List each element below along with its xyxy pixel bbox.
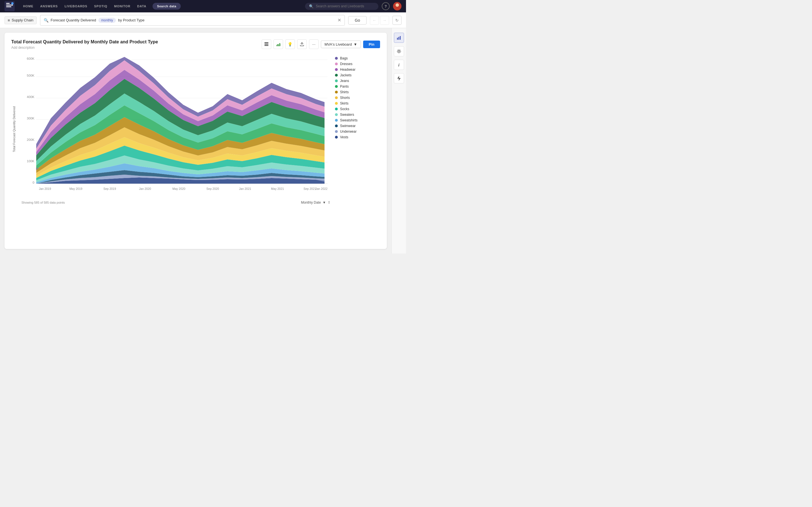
svg-point-5 (396, 3, 399, 7)
legend-dot-skirts (335, 102, 338, 105)
table-view-button[interactable] (262, 40, 271, 49)
svg-point-56 (398, 50, 400, 52)
legend-dot-vests (335, 136, 338, 138)
search-icon-small: 🔍 (44, 18, 49, 22)
global-search-input[interactable] (316, 4, 374, 8)
chart-panel: Total Forecast Quantity Delivered by Mon… (4, 33, 387, 249)
nav-arrows: ← → (370, 16, 389, 25)
chart-header: Total Forecast Quantity Delivered by Mon… (11, 40, 380, 50)
search-data-button[interactable]: Search data (153, 3, 181, 10)
legend-dot-socks (335, 108, 338, 110)
liveboard-label: MVA's Liveboard (324, 42, 352, 47)
refresh-button[interactable]: ↻ (393, 16, 402, 25)
chart-title-area: Total Forecast Quantity Delivered by Mon… (11, 40, 158, 50)
more-options-button[interactable]: ··· (309, 40, 319, 49)
share-button[interactable] (297, 40, 307, 49)
svg-text:Jan 2020: Jan 2020 (139, 187, 151, 190)
legend-dot-dresses (335, 62, 338, 65)
bar-chart-sidebar-button[interactable] (394, 33, 404, 43)
chart-subtitle[interactable]: Add description (11, 46, 158, 50)
nav-liveboards[interactable]: LIVEBOARDS (62, 3, 90, 10)
pin-button[interactable]: Pin (363, 41, 380, 48)
legend-item-swimwear: Swimwear (335, 124, 380, 128)
insights-button[interactable]: 💡 (285, 40, 295, 49)
legend-label-headwear: Headwear (340, 68, 356, 71)
chart-legend: Bags Dresses Headwear Jackets Jeans (335, 54, 380, 205)
legend-label-vests: Vests (340, 135, 348, 139)
back-button[interactable]: ← (370, 16, 379, 25)
nav-monitor[interactable]: MONITOR (111, 3, 133, 10)
forward-button[interactable]: → (380, 16, 389, 25)
legend-label-jeans: Jeans (340, 79, 349, 83)
legend-label-skirts: Skirts (340, 101, 349, 105)
legend-label-sweaters: Sweaters (340, 113, 354, 117)
chart-footer: Showing 585 of 585 data points Monthly D… (21, 198, 331, 205)
svg-text:0: 0 (33, 181, 35, 184)
liveboard-dropdown[interactable]: MVA's Liveboard ▼ (321, 41, 361, 48)
svg-text:100K: 100K (27, 159, 35, 163)
legend-label-dresses: Dresses (340, 62, 352, 66)
info-sidebar-button[interactable]: i (394, 60, 404, 70)
legend-item-vests: Vests (335, 135, 380, 139)
search-input-area[interactable]: 🔍 Forecast Quantity Delivered monthly by… (40, 15, 345, 25)
legend-item-sweaters: Sweaters (335, 113, 380, 117)
chart-area: Total Forecast Quantity Delivered 0 100K… (11, 54, 380, 205)
y-axis-label: Total Forecast Quantity Delivered (11, 54, 17, 205)
legend-label-socks: Socks (340, 107, 349, 111)
svg-text:Sep 2021: Sep 2021 (304, 187, 316, 190)
legend-dot-shirts (335, 91, 338, 94)
search-icon: 🔍 (309, 4, 313, 8)
avatar[interactable] (393, 2, 402, 10)
legend-dot-jackets (335, 74, 338, 76)
query-token-1[interactable]: monthly (98, 18, 116, 23)
svg-rect-54 (398, 37, 399, 40)
svg-text:Sep 2020: Sep 2020 (206, 187, 219, 190)
go-button[interactable]: Go (348, 16, 366, 24)
nav-home[interactable]: HOME (20, 3, 36, 10)
legend-dot-jeans (335, 79, 338, 82)
nav-spotiq[interactable]: SPOTIQ (91, 3, 110, 10)
svg-text:May 2019: May 2019 (69, 187, 82, 190)
svg-text:600K: 600K (27, 57, 35, 60)
svg-text:May 2020: May 2020 (172, 187, 186, 190)
legend-item-bags: Bags (335, 56, 380, 60)
gear-sidebar-button[interactable] (394, 46, 404, 56)
svg-text:Jan 2019: Jan 2019 (39, 187, 51, 190)
sort-direction-icon[interactable]: ⇧ (327, 201, 331, 205)
legend-dot-pants (335, 85, 338, 88)
legend-item-dresses: Dresses (335, 62, 380, 66)
app-logo[interactable] (4, 1, 15, 11)
svg-rect-8 (264, 44, 268, 45)
legend-item-underwear: Underwear (335, 129, 380, 133)
datasource-pill[interactable]: ≡ Supply Chain (4, 16, 37, 24)
chart-type-button[interactable] (273, 40, 283, 49)
legend-label-shorts: Shorts (340, 96, 350, 100)
chevron-down-icon-sort: ▼ (322, 201, 326, 205)
query-token-0: Forecast Quantity Delivered (51, 18, 96, 22)
sort-control[interactable]: Monthly Date ▼ ⇧ (301, 201, 331, 205)
lightning-sidebar-button[interactable] (394, 73, 404, 83)
svg-text:500K: 500K (27, 74, 35, 77)
legend-dot-shorts (335, 96, 338, 99)
svg-point-6 (395, 7, 400, 10)
svg-text:Jan 2021: Jan 2021 (239, 187, 251, 190)
legend-label-jackets: Jackets (340, 73, 352, 77)
global-search-bar[interactable]: 🔍 (305, 3, 378, 10)
search-clear-button[interactable]: ✕ (338, 17, 341, 23)
nav-data[interactable]: DATA (135, 3, 149, 10)
legend-dot-sweaters (335, 113, 338, 116)
legend-dot-swimwear (335, 124, 338, 127)
nav-links: HOME ANSWERS LIVEBOARDS SPOTIQ MONITOR D… (20, 3, 305, 10)
chart-actions: 💡 ··· MVA's Liveboard ▼ Pin (262, 40, 380, 49)
legend-item-sweatshirts: Sweatshirts (335, 118, 380, 122)
svg-marker-57 (397, 76, 401, 81)
help-button[interactable]: ? (382, 2, 390, 10)
legend-item-headwear: Headwear (335, 68, 380, 71)
data-points-label: Showing 585 of 585 data points (21, 201, 65, 204)
legend-dot-headwear (335, 68, 338, 71)
legend-item-pants: Pants (335, 84, 380, 89)
legend-item-socks: Socks (335, 107, 380, 111)
svg-rect-55 (400, 36, 401, 40)
nav-answers[interactable]: ANSWERS (38, 3, 61, 10)
legend-label-swimwear: Swimwear (340, 124, 356, 128)
